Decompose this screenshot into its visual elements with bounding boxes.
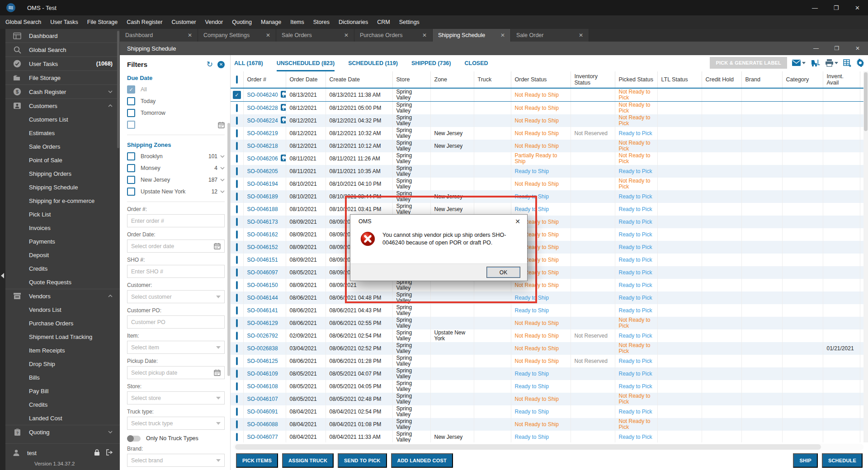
sidebar-item-customers-sale-orders[interactable]: Sale Orders [5, 140, 120, 153]
filter-checkbox-due-date-custom-date[interactable] [127, 120, 225, 129]
table-horizontal-scrollbar[interactable] [233, 444, 863, 450]
sidebar-item-vendors-landed-cost[interactable]: Landed Cost [5, 411, 120, 425]
filter-checkbox-today[interactable]: Today [127, 97, 225, 106]
add-landed-cost-button[interactable]: ADD LANDED COST [391, 453, 453, 468]
tab-close-icon[interactable]: ✕ [500, 32, 505, 38]
sidebar-item-vendors-bills[interactable]: Bills [5, 371, 120, 384]
row-checkbox[interactable] [236, 344, 238, 352]
tab-purchase-orders[interactable]: Purchase Orders✕ [354, 29, 433, 42]
tab-sale-order[interactable]: Sale Order✕ [511, 29, 589, 42]
column-header-brand[interactable]: Brand [741, 71, 782, 88]
row-checkbox[interactable] [236, 230, 238, 239]
filter-checkbox-brooklyn[interactable]: Brooklyn101 [127, 152, 225, 161]
order-number-link[interactable]: SO-0046108 [247, 384, 278, 390]
menu-settings[interactable]: Settings [395, 19, 424, 25]
window-close-button[interactable]: ✕ [847, 0, 868, 15]
row-checkbox[interactable] [236, 243, 238, 251]
column-header-truck[interactable]: Truck [474, 71, 511, 88]
row-checkbox[interactable] [236, 142, 238, 150]
dropdown-arrow-icon[interactable] [216, 397, 221, 400]
sidebar-item-vendors-credits[interactable]: Credits [5, 398, 120, 411]
dropdown-arrow-icon[interactable] [216, 422, 221, 425]
row-checkbox[interactable] [236, 218, 238, 226]
column-header-inventory-status[interactable]: Inventory Status [571, 71, 615, 88]
row-checkbox[interactable] [236, 294, 238, 302]
filter-checkbox-monsey[interactable]: Monsey4 [127, 164, 225, 173]
sidebar-item-file-storage[interactable]: File Storage [5, 70, 120, 85]
chevron-down-icon[interactable] [220, 179, 225, 181]
row-checkbox[interactable] [236, 319, 238, 327]
menu-dictionaries[interactable]: Dictionaries [334, 19, 373, 25]
column-header-create-date[interactable]: Create Date [326, 71, 392, 88]
menu-manage[interactable]: Manage [256, 19, 286, 25]
filter-input-customer[interactable]: Select customer [127, 290, 225, 303]
doc-minimize-button[interactable]: — [806, 42, 826, 55]
select-all-checkbox[interactable] [236, 75, 238, 84]
checkbox[interactable] [127, 188, 135, 196]
status-tab-unscheduled-823[interactable]: UNSCHEDULED (823) [277, 60, 335, 71]
filters-scrollbar[interactable] [227, 123, 230, 376]
row-checkbox[interactable] [236, 180, 238, 188]
order-number-link[interactable]: SO-0046077 [247, 434, 278, 440]
window-maximize-button[interactable]: ❐ [826, 0, 847, 15]
column-header-order-status[interactable]: Order Status [511, 71, 571, 88]
status-tab-closed[interactable]: CLOSED [464, 60, 488, 71]
clear-filters-icon[interactable]: ✕ [217, 61, 225, 68]
order-number-link[interactable]: SO-0046162 [247, 232, 278, 238]
tab-sale-orders[interactable]: Sale Orders✕ [276, 29, 354, 42]
dropdown-arrow-icon[interactable] [216, 296, 221, 298]
sidebar-item-vendors-pay-bill[interactable]: Pay Bill [5, 384, 120, 398]
filter-input-store[interactable]: Select store [127, 391, 225, 404]
filter-checkbox-all[interactable]: ✓All [127, 85, 225, 94]
row-checkbox[interactable] [236, 357, 238, 365]
chevron-down-icon[interactable] [220, 167, 225, 169]
row-checkbox[interactable] [236, 408, 238, 416]
filter-checkbox-upstate-new-york[interactable]: Upstate New York12 [127, 187, 225, 196]
order-number-link[interactable]: SO-0046188 [247, 207, 278, 212]
mail-dropdown-caret[interactable] [802, 62, 806, 64]
column-header-order-date[interactable]: Order Date [286, 71, 326, 88]
status-tab-scheduled-119[interactable]: SCHEDULED (119) [348, 60, 398, 71]
logout-icon[interactable] [106, 449, 113, 457]
filter-input-truck-type[interactable]: Select truck type [127, 417, 225, 430]
filter-input-brand[interactable]: Select brand [127, 454, 225, 467]
order-number-link[interactable]: SO-0046097 [247, 270, 278, 276]
menu-user-tasks[interactable]: User Tasks [46, 19, 83, 25]
sidebar-item-customers-deposit[interactable]: Deposit [5, 248, 120, 262]
column-header-picked-status[interactable]: Picked Status [615, 71, 657, 88]
menu-cash-register[interactable]: Cash Register [122, 19, 167, 25]
column-header-store[interactable]: Store [392, 71, 430, 88]
menu-customer[interactable]: Customer [167, 19, 200, 25]
filter-input-order[interactable]: Enter order # [127, 214, 225, 227]
sidebar-item-customers-invoices[interactable]: Invoices [5, 221, 120, 235]
tab-close-icon[interactable]: ✕ [579, 32, 583, 38]
menu-stores[interactable]: Stores [309, 19, 334, 25]
sidebar-item-vendors-drop-ship[interactable]: Drop Ship [5, 357, 120, 371]
send-to-pick-button[interactable]: SEND TO PICK [338, 453, 387, 468]
status-tab-all-1678[interactable]: ALL (1678) [234, 60, 263, 71]
sidebar-item-customers-payments[interactable]: Payments [5, 235, 120, 248]
sidebar-item-vendors-shipment-load-tracking[interactable]: Shipment Load Tracking [5, 330, 120, 343]
pick-generate-label-button[interactable]: PICK & GENERATE LABEL [710, 57, 787, 69]
export-icon[interactable] [843, 59, 851, 67]
pick-items-button[interactable]: PICK ITEMS [236, 453, 278, 468]
order-number-link[interactable]: SO-0046129 [247, 320, 278, 326]
sidebar-item-cash-register[interactable]: $Cash Register [5, 85, 120, 99]
row-checkbox[interactable] [236, 382, 238, 390]
toggle-switch[interactable] [127, 436, 141, 442]
order-number-link[interactable]: SO-0026838 [247, 346, 278, 352]
doc-restore-button[interactable]: ❐ [826, 42, 847, 55]
sidebar-item-customers-quote-requests[interactable]: Quote Requests [5, 275, 120, 289]
row-checkbox[interactable] [236, 395, 238, 403]
tab-close-icon[interactable]: ✕ [266, 32, 270, 38]
chevron-down-icon[interactable] [220, 190, 225, 193]
sidebar-item-user-tasks[interactable]: User Tasks(1068) [5, 56, 120, 70]
order-number-link[interactable]: SO-0046219 [247, 131, 278, 136]
column-header-ltl-status[interactable]: LTL Status [657, 71, 702, 88]
sidebar-item-customers-customers-list[interactable]: Customers List [5, 113, 120, 126]
order-number-link[interactable]: SO-0046224 [247, 118, 278, 124]
order-number-link[interactable]: SO-0046189 [247, 194, 278, 200]
filter-checkbox-new-jersey[interactable]: New Jersey187 [127, 175, 225, 184]
gear-icon[interactable] [856, 59, 864, 67]
order-number-link[interactable]: SO-0046240 [247, 92, 278, 98]
